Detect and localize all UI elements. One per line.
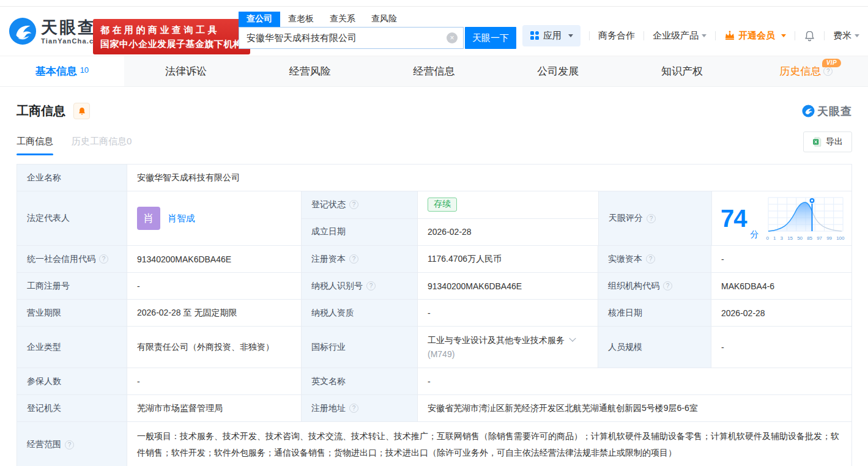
help-icon[interactable]: ?	[349, 254, 358, 264]
search-tab-relation[interactable]: 查关系	[322, 12, 363, 27]
axis-tick: 15	[787, 235, 793, 241]
field-english-name-value: -	[418, 368, 851, 394]
export-button[interactable]: 导出	[803, 131, 852, 152]
apps-menu-label: 应用	[543, 30, 562, 42]
field-taxpayer-qualification-value: -	[418, 300, 598, 326]
axis-tick: 97	[817, 235, 822, 241]
help-icon[interactable]: ?	[646, 254, 655, 264]
field-org-code-value: MAK6DBA4-6	[711, 273, 851, 299]
field-company-name-value: 安徽华智天成科技有限公司	[127, 165, 851, 191]
field-score-label-text: 天眼评分	[609, 213, 643, 224]
table-row: 企业类型 有限责任公司（外商投资、非独资） 国标行业 工业与专业设计及其他专业技…	[17, 327, 851, 368]
field-taxpayer-qualification-label: 纳税人资质	[302, 300, 418, 326]
crown-icon	[724, 31, 735, 40]
tianyancha-logo[interactable]: 天眼查 TianYanCha.com	[9, 17, 105, 45]
industry-name: 工业与专业设计及其他专业技术服务	[428, 333, 565, 347]
field-approval-date-label: 核准日期	[598, 300, 711, 326]
apps-grid-icon	[530, 31, 540, 40]
company-section-tabs: 基本信息 10 法律诉讼 经营风险 经营信息 公司发展 知识产权 历史信息 ? …	[0, 56, 868, 87]
table-row: 登记机关 芜湖市市场监督管理局 注册地址 ? 安徽省芜湖市湾沚区新芜经济开发区北…	[17, 395, 851, 422]
nav-business-coop[interactable]: 商务合作	[598, 30, 635, 42]
table-row: 工商注册号 - 纳税人识别号 ? 91340200MAK6DBA46E 组织机构…	[17, 273, 851, 300]
field-reg-capital-label: 注册资本 ?	[302, 246, 418, 272]
table-row: 统一社会信用代码 ? 91340200MAK6DBA46E 注册资本 ? 117…	[17, 246, 851, 273]
chevron-down-icon	[781, 34, 786, 37]
field-org-code-label: 组织机构代码 ?	[598, 273, 711, 299]
section-head: 工商信息 天眼查	[0, 87, 868, 119]
promo-banner: 都在用的商业查询工具 国家中小企业发展子基金旗下机构	[93, 19, 250, 54]
axis-tick: 100	[836, 235, 844, 241]
tab-history-info[interactable]: 历史信息 ? VIP	[744, 56, 868, 86]
divider	[824, 31, 825, 40]
tab-basic-info-label: 基本信息	[35, 64, 77, 78]
open-vip-button[interactable]: 开通会员	[724, 30, 786, 42]
table-row: 成立日期 2026-02-28	[302, 219, 598, 246]
field-reg-capital-value: 1176.4706万人民币	[418, 246, 598, 272]
nav-enterprise-products[interactable]: 企业级产品	[653, 30, 707, 42]
promo-line-2: 国家中小企业发展子基金旗下机构	[100, 37, 243, 51]
bell-icon	[804, 30, 815, 42]
axis-tick: 99	[826, 235, 832, 241]
score-curve	[766, 196, 845, 233]
user-menu[interactable]: 费米	[833, 30, 859, 42]
apps-menu-button[interactable]: 应用	[522, 25, 581, 46]
field-staff-size-label: 人员规模	[598, 327, 711, 368]
industry-line: 工业与专业设计及其他专业技术服务	[428, 333, 575, 347]
field-business-scope-label: 经营范围 ?	[17, 422, 127, 466]
tab-basic-info[interactable]: 基本信息 10	[0, 56, 124, 86]
help-icon[interactable]: ?	[349, 404, 358, 413]
search-row: × 天眼一下	[239, 27, 516, 49]
open-vip-label: 开通会员	[738, 30, 775, 42]
chevron-down-icon[interactable]	[569, 335, 576, 342]
promo-line-1: 都在用的商业查询工具	[100, 23, 243, 37]
field-staff-size-value: -	[711, 327, 851, 368]
chevron-down-icon	[702, 34, 707, 37]
search-tab-boss[interactable]: 查老板	[280, 12, 322, 27]
tab-operating-info[interactable]: 经营信息	[372, 56, 496, 86]
header-nav: 应用 商务合作 企业级产品 开通会员	[522, 24, 859, 46]
field-approval-date-value: 2026-02-28	[711, 300, 851, 326]
search-tab-company[interactable]: 查公司	[239, 12, 280, 27]
excel-icon	[812, 137, 822, 147]
subtab-history-business-info[interactable]: 历史工商信息0	[72, 136, 132, 155]
help-icon[interactable]: ?	[647, 214, 656, 223]
subtab-business-info[interactable]: 工商信息	[17, 136, 53, 155]
search-button[interactable]: 天眼一下	[465, 27, 516, 49]
field-registry-label: 登记机关	[17, 395, 127, 421]
search-input[interactable]	[239, 27, 464, 49]
tab-intellectual-property[interactable]: 知识产权	[620, 56, 744, 86]
notifications-button[interactable]	[804, 30, 815, 42]
help-icon[interactable]: ?	[99, 254, 108, 264]
field-reg-address-label-text: 注册地址	[311, 403, 346, 414]
divider	[644, 31, 644, 40]
field-legal-rep-label: 法定代表人	[17, 191, 127, 245]
table-row: 营业期限 2026-02-28 至 无固定期限 纳税人资质 - 核准日期 202…	[17, 300, 851, 327]
axis-tick: 0	[766, 235, 769, 241]
tab-legal-litigation[interactable]: 法律诉讼	[124, 56, 248, 86]
score-value: 74	[721, 206, 747, 231]
search-tab-risk[interactable]: 查风险	[363, 12, 405, 27]
help-icon[interactable]: ?	[663, 281, 672, 290]
help-icon[interactable]: ?	[65, 440, 74, 449]
field-taxpayer-id-label-text: 纳税人识别号	[311, 281, 363, 292]
tab-operating-risk[interactable]: 经营风险	[248, 56, 372, 86]
help-icon[interactable]: ?	[366, 281, 376, 290]
table-row: 企业名称 安徽华智天成科技有限公司	[17, 165, 851, 191]
score-axis: 0 1 3 15 50 85 97 99 100	[766, 235, 845, 241]
nav-enterprise-products-label: 企业级产品	[653, 30, 699, 42]
table-row: 法定代表人 肖 肖智成 登记状态 ? 存续 成立日期 2026-02-2	[17, 191, 851, 246]
clear-icon[interactable]: ×	[447, 32, 458, 43]
field-reg-status-label: 登记状态 ?	[302, 191, 418, 218]
divider	[795, 31, 795, 40]
table-row: 参保人数 - 英文名称 -	[17, 368, 851, 395]
help-icon[interactable]: ?	[349, 200, 358, 209]
status-date-subgrid: 登记状态 ? 存续 成立日期 2026-02-28	[302, 191, 599, 245]
business-info-section: 工商信息 天眼查 工商信息 历史工商信息0 导出	[0, 87, 868, 466]
score-cell: 74 分	[712, 191, 851, 245]
legal-rep-avatar[interactable]: 肖	[137, 207, 160, 230]
subscribe-bell-button[interactable]	[73, 103, 90, 119]
legal-rep-link[interactable]: 肖智成	[168, 213, 195, 224]
tab-company-development[interactable]: 公司发展	[496, 56, 620, 86]
help-icon[interactable]: ?	[823, 67, 833, 76]
chevron-down-icon	[855, 34, 859, 37]
